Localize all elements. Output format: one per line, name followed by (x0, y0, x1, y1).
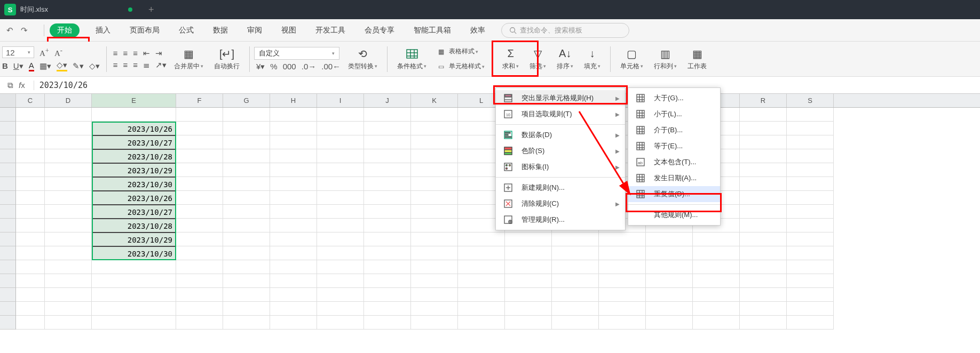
cell[interactable] (16, 260, 45, 274)
cell[interactable] (552, 232, 599, 246)
cell-button[interactable]: ▢单元格 (615, 42, 649, 76)
cell[interactable] (176, 274, 223, 288)
cell[interactable] (364, 246, 411, 260)
cell[interactable] (176, 232, 223, 246)
cell[interactable] (16, 135, 45, 149)
cell[interactable] (364, 316, 411, 330)
cell[interactable] (92, 302, 176, 316)
cell[interactable] (223, 149, 270, 163)
cell[interactable] (740, 288, 787, 302)
cell[interactable] (411, 163, 458, 177)
cell[interactable] (787, 135, 834, 149)
cell[interactable] (552, 316, 599, 330)
cell[interactable] (646, 232, 693, 246)
menu-item[interactable]: ab文本包含(T)... (628, 154, 720, 170)
cell[interactable] (223, 135, 270, 149)
menu-tab-8[interactable]: 会员专享 (361, 23, 398, 37)
row-header[interactable] (0, 177, 16, 191)
cell[interactable] (787, 108, 834, 122)
cell[interactable] (411, 232, 458, 246)
cell[interactable] (740, 316, 787, 330)
file-tab[interactable]: 时间.xlsx (20, 5, 48, 14)
row-header[interactable] (0, 246, 16, 260)
cell[interactable] (505, 260, 552, 274)
cell[interactable] (740, 246, 787, 260)
cell[interactable] (45, 108, 92, 122)
cell[interactable] (317, 260, 364, 274)
number-format-select[interactable]: 自定义▾ (254, 47, 339, 60)
cell[interactable] (223, 274, 270, 288)
cell[interactable] (646, 316, 693, 330)
column-header[interactable]: I (317, 94, 364, 107)
cell[interactable] (317, 122, 364, 135)
cell[interactable]: 2023/10/30 (92, 246, 176, 260)
menu-item[interactable]: 10项目选取规则(T)▶ (496, 106, 625, 122)
menu-item[interactable]: 等于(E)... (628, 138, 720, 154)
cell[interactable] (16, 274, 45, 288)
cell[interactable] (411, 246, 458, 260)
cell[interactable] (223, 177, 270, 191)
cell[interactable] (740, 274, 787, 288)
menu-item[interactable]: 数据条(D)▶ (496, 127, 625, 143)
cell[interactable] (364, 205, 411, 219)
cell[interactable] (364, 232, 411, 246)
cell[interactable] (270, 135, 317, 149)
cell[interactable] (16, 316, 45, 330)
column-header[interactable]: G (223, 94, 270, 107)
cell[interactable] (411, 191, 458, 205)
cell[interactable] (270, 108, 317, 122)
cell[interactable] (364, 302, 411, 316)
cell[interactable] (411, 177, 458, 191)
menu-item[interactable]: 清除规则(C)▶ (496, 196, 625, 212)
menu-item[interactable]: 其他规则(M)... (628, 207, 720, 223)
cell[interactable] (317, 191, 364, 205)
search-box[interactable]: 查找命令、搜索模板 (501, 23, 629, 38)
align-left-icon[interactable]: ≡ (113, 60, 118, 69)
tab-modified-indicator[interactable] (128, 7, 132, 12)
cell[interactable] (693, 232, 740, 246)
decimal-decrease-icon[interactable]: .00← (321, 62, 341, 71)
column-header[interactable]: E (92, 94, 176, 107)
cell[interactable] (411, 274, 458, 288)
cell[interactable] (740, 163, 787, 177)
cell[interactable] (787, 219, 834, 232)
cell[interactable] (552, 302, 599, 316)
cell[interactable]: 2023/10/29 (92, 232, 176, 246)
cell[interactable] (92, 274, 176, 288)
menu-tab-5[interactable]: 审阅 (244, 23, 265, 37)
rowcol-button[interactable]: ▥行和列 (649, 42, 682, 76)
cell[interactable] (364, 135, 411, 149)
cell[interactable] (16, 288, 45, 302)
orientation-icon[interactable]: ↗▾ (155, 60, 167, 70)
cell[interactable] (176, 177, 223, 191)
menu-tab-10[interactable]: 效率 (467, 23, 488, 37)
redo-button[interactable]: ↷ (21, 26, 28, 35)
cell[interactable] (740, 232, 787, 246)
cell[interactable] (458, 246, 505, 260)
cell[interactable] (552, 288, 599, 302)
cell[interactable] (411, 205, 458, 219)
menu-item[interactable]: 大于(G)... (628, 90, 720, 106)
cell[interactable] (45, 135, 92, 149)
row-header[interactable] (0, 288, 16, 302)
cell[interactable] (552, 246, 599, 260)
cell[interactable] (223, 316, 270, 330)
cell[interactable] (599, 316, 646, 330)
font-color-icon[interactable]: A (29, 61, 34, 71)
cell[interactable] (787, 288, 834, 302)
cell[interactable] (693, 246, 740, 260)
cell[interactable] (16, 205, 45, 219)
cell[interactable] (787, 232, 834, 246)
cell[interactable] (364, 219, 411, 232)
cell[interactable] (787, 246, 834, 260)
cell[interactable] (270, 149, 317, 163)
align-right-icon[interactable]: ≡ (133, 60, 138, 69)
comma-icon[interactable]: 000 (283, 62, 296, 71)
cell[interactable] (740, 205, 787, 219)
percent-icon[interactable]: % (270, 62, 277, 71)
cell[interactable] (740, 135, 787, 149)
filter-button[interactable]: ▽筛选 (524, 42, 551, 76)
menu-item[interactable]: 发生日期(A)... (628, 170, 720, 186)
menu-tab-2[interactable]: 页面布局 (127, 23, 163, 37)
border-icon[interactable]: ▦▾ (39, 61, 51, 71)
